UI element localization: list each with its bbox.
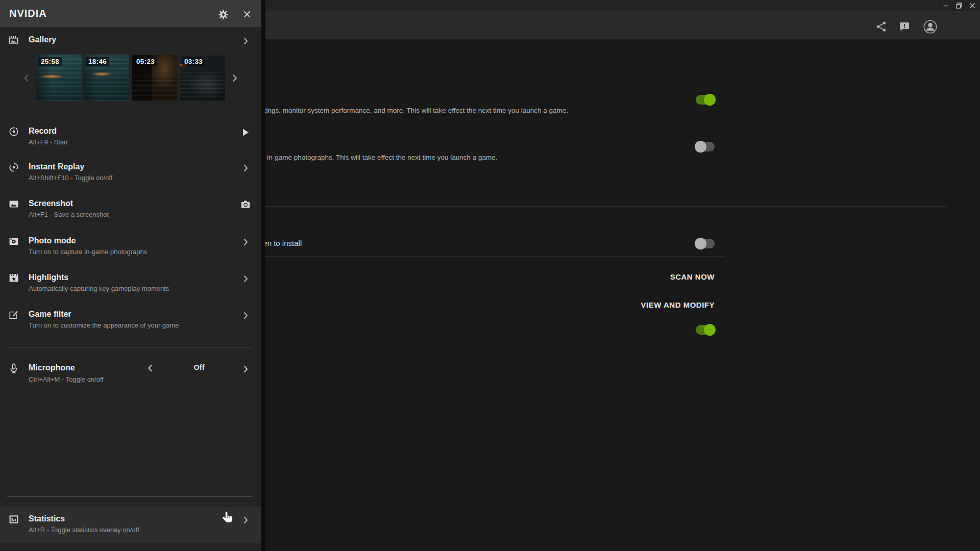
highlights-open[interactable]: [241, 274, 250, 283]
game-filter-description: Turn on to customize the appearance of y…: [29, 321, 179, 329]
microphone-value: Off: [185, 363, 213, 371]
minimize-button[interactable]: [941, 2, 950, 10]
restore-icon: [956, 3, 962, 9]
statistics-shortcut: Alt+R - Toggle statistics overlay on/off: [29, 526, 139, 534]
menu-item-statistics[interactable]: Statistics: [29, 514, 65, 523]
gallery-next-button[interactable]: [231, 72, 239, 84]
gallery-thumbnail[interactable]: 05:23: [132, 55, 177, 101]
screenshot-capture-button[interactable]: [241, 199, 250, 209]
chevron-right-icon: [243, 365, 248, 373]
photo-mode-description: Turn on to capture in-game photographs: [29, 248, 147, 256]
avatar[interactable]: [923, 19, 937, 34]
overlay-description-fragment: ttings, monitor system performance, and …: [262, 107, 568, 114]
game-filter-icon: [8, 309, 19, 320]
avatar-icon: [923, 20, 937, 34]
chevron-right-icon: [243, 312, 248, 319]
restore-button[interactable]: [954, 2, 964, 10]
menu-item-instant-replay[interactable]: Instant Replay: [29, 162, 84, 171]
close-window-icon: [969, 3, 975, 9]
app-header-bar: [261, 11, 980, 39]
menu-item-screenshot[interactable]: Screenshot: [29, 199, 73, 208]
chevron-right-icon: [243, 37, 248, 45]
overlay-header: NVIDIA: [0, 0, 261, 27]
instant-replay-icon: [8, 162, 19, 173]
video-duration-badge: 25:58: [38, 57, 62, 66]
chevron-right-icon: [232, 74, 237, 82]
photo-mode-icon: [8, 236, 19, 247]
divider: [7, 347, 253, 347]
settings-content: [261, 39, 980, 551]
camera-icon: [241, 200, 250, 209]
nvidia-overlay-panel: NVIDIA: [0, 0, 261, 551]
toggle-knob: [704, 324, 716, 336]
settings-button[interactable]: [217, 8, 229, 20]
highlights-description: Automatically capturing key gameplay mom…: [29, 285, 169, 292]
photo-description-fragment: g in-game photographs. This will take ef…: [261, 154, 498, 161]
overlay-shadow: [261, 0, 265, 551]
gallery-icon: [8, 34, 19, 45]
photo-mode-toggle[interactable]: [696, 142, 715, 152]
geforce-experience-window: LOG IN: [261, 0, 980, 551]
chevron-right-icon: [243, 238, 248, 246]
gallery-prev-button[interactable]: [22, 72, 31, 84]
hand-cursor: [222, 511, 235, 525]
divider: [263, 206, 947, 207]
feedback-button[interactable]: [897, 19, 912, 34]
video-duration-badge: 03:33: [182, 57, 205, 66]
menu-item-game-filter[interactable]: Game filter: [29, 310, 71, 319]
video-duration-badge: 05:23: [134, 57, 157, 66]
record-shortcut: Alt+F9 - Start: [29, 138, 68, 146]
share-icon: [875, 20, 888, 33]
statistics-icon: [8, 514, 19, 525]
view-and-modify-button[interactable]: VIEW AND MODIFY: [641, 300, 715, 309]
toggle-knob: [704, 94, 716, 106]
menu-item-photo-mode[interactable]: Photo mode: [29, 236, 76, 245]
gallery-thumbnail[interactable]: 03:33: [180, 55, 225, 101]
microphone-label: Microphone: [29, 363, 75, 372]
share-button[interactable]: [874, 19, 889, 34]
gallery-thumbnail[interactable]: 18:46: [84, 55, 129, 101]
video-duration-badge: 18:46: [86, 57, 109, 66]
chevron-right-icon: [243, 275, 248, 283]
feedback-icon: [898, 20, 911, 33]
chevron-right-icon: [243, 164, 248, 172]
toggle-knob: [695, 141, 706, 153]
game-filter-open[interactable]: [241, 311, 250, 320]
photo-mode-open[interactable]: [241, 237, 250, 246]
gear-icon: [218, 9, 229, 20]
instant-replay-open[interactable]: [241, 163, 250, 172]
record-start-button[interactable]: [241, 128, 250, 137]
optimize-toggle[interactable]: [696, 325, 715, 335]
screenshot-shortcut: Alt+F1 - Save a screenshot: [29, 211, 109, 218]
screenshot-icon: [8, 198, 19, 210]
chevron-left-icon: [148, 364, 153, 372]
close-window-button[interactable]: [968, 2, 977, 10]
gallery-thumbnail[interactable]: 25:58: [36, 55, 82, 101]
microphone-icon: [8, 363, 19, 374]
instant-replay-shortcut: Alt+Shift+F10 - Toggle on/off: [29, 174, 112, 182]
play-icon: [242, 129, 249, 136]
minimize-icon: [943, 3, 949, 9]
menu-item-highlights[interactable]: Highlights: [29, 273, 68, 282]
chevron-left-icon: [24, 74, 29, 82]
statistics-open[interactable]: [241, 515, 250, 524]
record-icon: [8, 126, 19, 137]
scan-now-button[interactable]: SCAN NOW: [670, 272, 715, 281]
toggle-knob: [695, 238, 706, 249]
highlights-icon: [8, 272, 19, 284]
overlay-toggle[interactable]: [696, 95, 715, 105]
microphone-next-option[interactable]: [241, 364, 250, 373]
downloads-toggle[interactable]: [696, 239, 715, 248]
window-titlebar: [261, 0, 980, 11]
divider: [263, 256, 725, 257]
gallery-label[interactable]: Gallery: [29, 35, 56, 44]
divider: [7, 496, 253, 497]
close-overlay-button[interactable]: [241, 8, 253, 20]
close-icon: [243, 10, 251, 18]
microphone-prev-option[interactable]: [148, 364, 155, 372]
microphone-shortcut: Ctrl+Alt+M - Toggle on/off: [29, 375, 104, 383]
overlay-title: NVIDIA: [9, 8, 47, 19]
menu-item-record[interactable]: Record: [29, 127, 57, 136]
chevron-right-icon: [243, 516, 248, 524]
gallery-open-button[interactable]: [241, 36, 250, 45]
